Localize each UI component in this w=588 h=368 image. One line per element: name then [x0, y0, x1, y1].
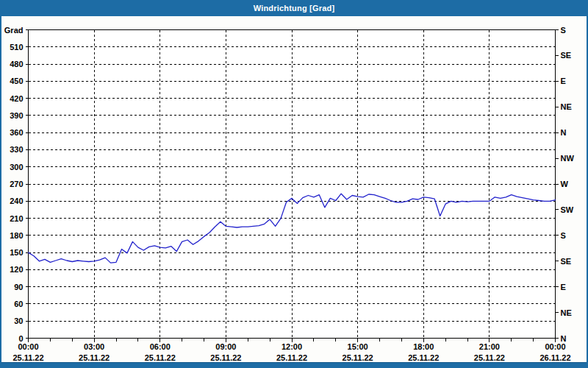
x-axis-time-label: 00:00 [545, 342, 565, 351]
window-border-left [0, 0, 1, 368]
x-axis-time-label: 21:00 [479, 342, 500, 351]
x-axis-date-label: 26.11.22 [539, 353, 570, 362]
x-axis-date-label: 25.11.22 [145, 353, 176, 362]
y-axis-tick-label: 150 [10, 248, 23, 257]
y-axis-tick-label: 420 [10, 94, 23, 103]
x-axis-time-label: 06:00 [150, 342, 171, 351]
x-axis-date-label: 25.11.22 [343, 353, 373, 362]
x-axis-time-label: 15:00 [348, 342, 368, 351]
x-axis-time-label: 09:00 [215, 342, 236, 351]
y-axis-tick-label: 180 [10, 231, 23, 240]
compass-label: NE [561, 102, 572, 111]
compass-label: N [561, 128, 567, 137]
x-axis-time-label: 03:00 [84, 342, 104, 351]
x-axis-date-label: 25.11.22 [408, 353, 439, 362]
y-axis-tick-label: Grad [4, 26, 24, 35]
window-title: Windrichtung [Grad] [254, 4, 335, 13]
compass-label: N [561, 334, 567, 343]
y-axis-tick-label: 210 [10, 214, 23, 223]
bottom-bar [0, 362, 588, 368]
y-axis-tick-label: 330 [10, 145, 23, 154]
y-axis-tick-label: 390 [10, 111, 23, 120]
wind-direction-chart: Grad510480450420390360330300270240210180… [0, 0, 588, 368]
compass-label: S [561, 231, 566, 240]
x-axis-time-label: 18:00 [413, 342, 434, 351]
x-axis-date-label: 25.11.22 [276, 353, 307, 362]
x-axis-date-label: 25.11.22 [12, 353, 43, 362]
y-axis-tick-label: 270 [10, 180, 23, 188]
window-frame: Windrichtung [Grad] Grad5104804504203903… [0, 0, 588, 368]
compass-label: NE [561, 308, 572, 317]
compass-label: S [561, 26, 566, 35]
compass-label: W [561, 180, 569, 188]
y-axis-tick-label: 510 [10, 43, 23, 52]
y-axis-tick-label: 30 [14, 316, 23, 325]
x-axis-date-label: 25.11.22 [474, 353, 505, 362]
compass-label: SE [561, 51, 572, 60]
compass-label: E [561, 283, 566, 291]
x-axis-time-label: 00:00 [18, 342, 38, 351]
x-axis-time-label: 12:00 [282, 342, 302, 351]
compass-label: E [561, 77, 566, 85]
y-axis-tick-label: 360 [10, 128, 23, 137]
x-axis-date-label: 25.11.22 [210, 353, 241, 362]
y-axis-tick-label: 300 [10, 163, 23, 171]
compass-label: NW [561, 154, 575, 163]
title-bar: Windrichtung [Grad] [0, 0, 588, 16]
compass-label: SW [561, 205, 574, 214]
y-axis-tick-label: 0 [18, 334, 23, 343]
y-axis-tick-label: 450 [10, 77, 23, 85]
compass-label: SE [561, 257, 572, 266]
x-axis-date-label: 25.11.22 [79, 353, 110, 362]
y-axis-tick-label: 240 [10, 197, 23, 205]
y-axis-tick-label: 480 [10, 60, 23, 68]
y-axis-tick-label: 120 [10, 265, 23, 274]
y-axis-tick-label: 60 [14, 300, 23, 308]
y-axis-tick-label: 90 [14, 283, 23, 291]
